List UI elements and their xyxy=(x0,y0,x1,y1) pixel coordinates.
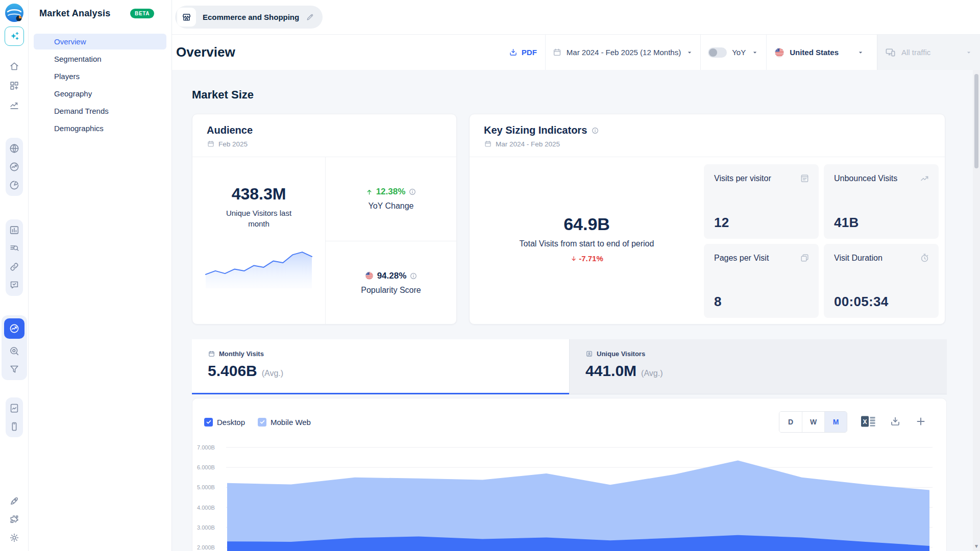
granularity-d[interactable]: D xyxy=(779,412,802,432)
rail-button-pie-chart[interactable] xyxy=(8,179,20,191)
sidebar-item-geography[interactable]: Geography xyxy=(34,86,166,102)
devices-icon xyxy=(885,46,896,58)
unique-visitors-panel: 438.3M Unique Visitors last month xyxy=(192,157,326,324)
ai-assistant-button[interactable] xyxy=(5,27,24,46)
key-sizing-header: Key Sizing Indicators Mar 2024 - Feb 202… xyxy=(470,114,945,157)
rail-button-home[interactable] xyxy=(8,60,20,72)
chevron-down-icon xyxy=(856,48,865,57)
puzzle-icon xyxy=(9,514,20,525)
rail-button-link[interactable] xyxy=(8,261,20,273)
svg-text:X: X xyxy=(863,418,867,425)
home-icon xyxy=(9,61,20,72)
globe-icon xyxy=(9,143,20,154)
country-label: United States xyxy=(790,48,839,57)
key-sizing-title: Key Sizing Indicators xyxy=(484,124,587,136)
rail-button-funnel[interactable] xyxy=(8,363,20,375)
y-axis-tick: 4.000B xyxy=(197,505,226,511)
rail-button-list-search[interactable] xyxy=(8,242,20,255)
rail-button-line-chart[interactable] xyxy=(8,99,20,111)
date-range-picker[interactable]: Mar 2024 - Feb 2025 (12 Months) xyxy=(546,47,700,57)
rail-button-report-trend[interactable] xyxy=(8,402,20,414)
series-toggle-label: Mobile Web xyxy=(271,418,311,427)
kpi-visit-duration[interactable]: Visit Duration00:05:34 xyxy=(824,244,939,318)
kpi-visits-per-visitor[interactable]: Visits per visitor12 xyxy=(704,164,819,239)
series-toggle-mobile-web[interactable]: Mobile Web xyxy=(258,418,311,427)
add-chart-button[interactable] xyxy=(915,415,927,429)
arrow-down-icon xyxy=(570,255,577,262)
rail-groups xyxy=(0,46,28,551)
download-chart-button[interactable] xyxy=(889,415,901,429)
rail-button-mobile[interactable] xyxy=(8,420,20,433)
similarweb-logo-icon[interactable] xyxy=(5,3,24,22)
sidebar-item-overview[interactable]: Overview xyxy=(34,34,166,49)
export-excel-button[interactable]: X xyxy=(861,415,876,430)
y-axis-tick: 5.000B xyxy=(197,484,226,490)
compare-control: YoY xyxy=(701,47,766,58)
globe-trend-icon xyxy=(9,323,20,334)
kpi-label: Pages per Visit xyxy=(714,254,808,263)
sidebar-item-demand-trends[interactable]: Demand Trends xyxy=(34,103,166,119)
tab-unique-visitors[interactable]: Unique Visitors441.0M(Avg.) xyxy=(569,339,947,394)
download-icon xyxy=(889,415,901,428)
granularity-w[interactable]: W xyxy=(802,412,824,432)
rail-button-globe-trend[interactable] xyxy=(8,161,20,173)
kpi-label: Unbounced Visits xyxy=(834,174,928,183)
kpi-unbounced-visits[interactable]: Unbounced Visits41B xyxy=(824,164,939,239)
country-selector[interactable]: United States xyxy=(767,47,877,58)
user-card-icon xyxy=(585,350,593,358)
scrollbar-down-arrow[interactable]: ▼ xyxy=(974,543,979,549)
total-visits-label: Total Visits from start to end of period xyxy=(520,239,654,248)
keyword-search-icon xyxy=(9,345,20,357)
scrollbar-thumb[interactable] xyxy=(974,74,978,168)
chevron-down-icon[interactable] xyxy=(751,48,759,57)
rail-button-bookmark-check[interactable] xyxy=(8,279,20,291)
sidebar-item-demographics[interactable]: Demographics xyxy=(34,120,166,136)
sidebar-item-players[interactable]: Players xyxy=(34,68,166,84)
rail-button-bar-chart[interactable] xyxy=(8,224,20,236)
category-iconbox xyxy=(177,8,196,27)
total-visits-change: -7.71% xyxy=(570,254,603,263)
kpi-grid: Visits per visitor12Unbounced Visits41BP… xyxy=(704,164,939,318)
checkbox-icon xyxy=(258,418,266,427)
granularity-m[interactable]: M xyxy=(824,412,847,432)
traffic-trend-chart: 7.000B6.000B5.000B4.000B3.000B2.000B xyxy=(192,443,946,551)
yoy-change-value: 12.38% xyxy=(376,187,406,197)
series-toggle-desktop[interactable]: Desktop xyxy=(204,418,245,427)
audience-sparkline-chart xyxy=(205,240,313,289)
list-search-icon xyxy=(9,243,20,254)
calendar-icon xyxy=(484,140,492,148)
toggle-knob xyxy=(709,48,717,57)
main-area: Ecommerce and Shopping Overview PDF Mar … xyxy=(172,0,980,551)
rail-button-keyword-search[interactable] xyxy=(8,345,20,357)
yoy-toggle[interactable] xyxy=(708,47,727,58)
traffic-chart-card: DesktopMobile Web DWM X 7.000B6.000B5.00… xyxy=(192,398,947,551)
tab-value: 5.406B xyxy=(208,362,257,380)
page-title: Overview xyxy=(176,44,235,60)
kpi-value: 00:05:34 xyxy=(834,294,888,310)
info-icon[interactable] xyxy=(408,188,416,196)
rail-button-gear[interactable] xyxy=(8,532,20,544)
checkbox-icon xyxy=(204,418,213,427)
rail-button-rocket[interactable] xyxy=(8,495,20,507)
tab-monthly-visits[interactable]: Monthly Visits5.406B(Avg.) xyxy=(192,339,569,394)
sidebar-header: Market Analysis BETA xyxy=(29,8,172,19)
unique-visitors-value: 438.3M xyxy=(232,185,286,204)
audience-metrics: 12.38% YoY Change 94.28% xyxy=(326,157,456,324)
link-icon xyxy=(9,261,20,272)
export-pdf-button[interactable]: PDF xyxy=(500,47,545,57)
sidebar-item-segmentation[interactable]: Segmentation xyxy=(34,51,166,67)
rocket-icon xyxy=(9,495,20,507)
audience-title: Audience xyxy=(207,124,253,136)
info-icon[interactable] xyxy=(409,272,418,280)
kpi-pages-per-visit[interactable]: Pages per Visit8 xyxy=(704,244,819,318)
audience-period-label: Feb 2025 xyxy=(218,140,248,148)
info-icon[interactable] xyxy=(591,127,599,135)
rail-button-globe[interactable] xyxy=(8,142,20,155)
audience-period: Feb 2025 xyxy=(207,140,442,148)
rail-button-puzzle[interactable] xyxy=(8,513,20,525)
rail-button-grid-plus[interactable] xyxy=(8,80,20,92)
tab-suffix: (Avg.) xyxy=(262,369,283,378)
edit-icon[interactable] xyxy=(306,13,314,21)
category-chip[interactable]: Ecommerce and Shopping xyxy=(175,6,323,29)
rail-button-globe-trend[interactable] xyxy=(4,318,24,339)
